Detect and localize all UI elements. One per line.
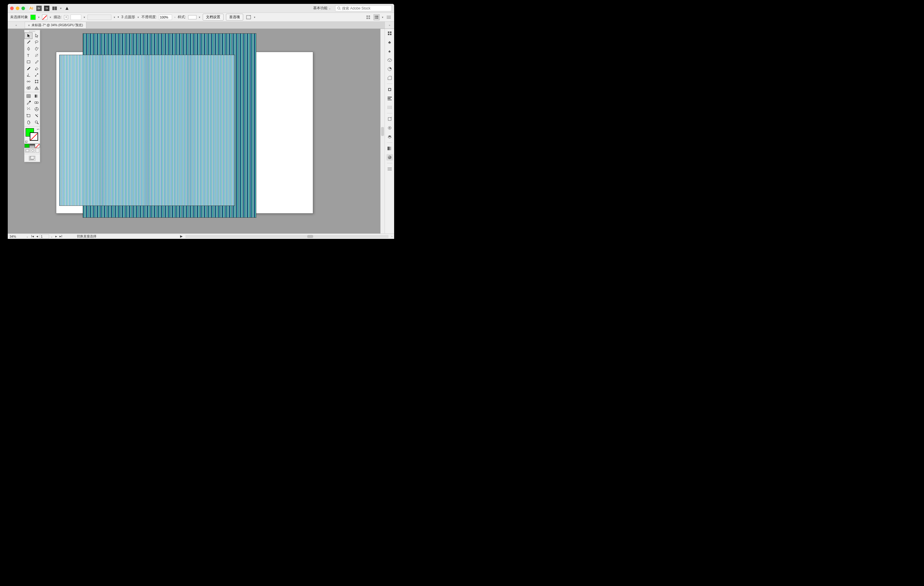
stroke-weight-stepper[interactable]: ≎ xyxy=(64,15,68,19)
screen-mode-icon[interactable] xyxy=(29,156,35,161)
graphic-styles-panel-icon[interactable] xyxy=(386,154,393,161)
magic-wand-tool[interactable] xyxy=(25,39,33,46)
align-panel-icon[interactable] xyxy=(386,95,393,102)
layers-panel-icon[interactable] xyxy=(386,133,393,140)
graphic-style-dropdown[interactable] xyxy=(188,15,196,19)
prev-artboard-icon[interactable]: ◂ xyxy=(35,234,39,238)
bridge-icon[interactable]: Br xyxy=(36,6,42,11)
vw-dd-icon[interactable]: ▾ xyxy=(137,16,139,19)
stroke-panel-icon[interactable] xyxy=(386,86,393,93)
line-segment-tool[interactable] xyxy=(33,52,41,59)
tools-collapse-handle[interactable]: « xyxy=(8,22,25,28)
color-panel-icon[interactable] xyxy=(386,57,393,63)
direct-selection-tool[interactable] xyxy=(33,33,41,39)
close-tab-icon[interactable]: × xyxy=(28,23,30,27)
artboard-tool[interactable] xyxy=(25,112,33,119)
gradient-panel-icon[interactable] xyxy=(386,145,393,152)
rectangle-tool[interactable] xyxy=(25,59,33,65)
color-mode-gradient[interactable] xyxy=(30,144,35,148)
type-tool[interactable]: T xyxy=(25,52,33,59)
grid-view-icon[interactable] xyxy=(365,14,371,20)
arrange-chevron-icon[interactable]: ▾ xyxy=(60,7,62,10)
gradient-tool[interactable] xyxy=(33,93,41,99)
free-transform-tool[interactable] xyxy=(33,78,41,85)
brush-def-dropdown[interactable] xyxy=(87,15,111,20)
horizontal-scrollbar[interactable] xyxy=(185,235,388,238)
workspace-switcher[interactable]: 基本功能 ⌄ xyxy=(311,5,333,11)
eraser-tool[interactable] xyxy=(33,65,41,72)
last-artboard-icon[interactable]: ▸I xyxy=(59,234,63,238)
stock-search-input[interactable] xyxy=(342,6,389,10)
transform-ref-icon[interactable] xyxy=(246,14,252,20)
opacity-dd-icon[interactable]: › xyxy=(175,16,175,19)
panels-collapse-handle[interactable]: » xyxy=(384,22,394,28)
column-graph-tool[interactable] xyxy=(33,106,41,112)
close-window-icon[interactable] xyxy=(10,7,14,10)
preferences-button[interactable]: 首选项 xyxy=(226,14,243,21)
zoom-dd-icon[interactable]: ⌄ xyxy=(26,235,28,238)
stroke-weight-input[interactable] xyxy=(71,15,81,20)
canvas[interactable] xyxy=(8,29,384,234)
width-tool[interactable] xyxy=(25,78,33,85)
variable-width-profile[interactable]: 3 点圆形 xyxy=(122,15,135,20)
artwork-stripes-front[interactable] xyxy=(59,55,235,206)
color-guide-panel-icon[interactable] xyxy=(386,66,393,72)
artboard-dd-icon[interactable]: ⌄ xyxy=(50,235,54,238)
next-artboard-icon[interactable]: ▸ xyxy=(54,234,58,238)
first-artboard-icon[interactable]: I◂ xyxy=(30,234,35,238)
hscroll-right-icon[interactable]: › xyxy=(391,235,392,238)
pen-tool[interactable] xyxy=(25,46,33,52)
slice-tool[interactable] xyxy=(33,112,41,119)
shape-builder-tool[interactable] xyxy=(25,85,33,91)
vertical-scrollbar[interactable] xyxy=(380,29,384,234)
opacity-input[interactable] xyxy=(159,15,172,20)
paintbrush-tool[interactable] xyxy=(33,59,41,65)
stock-search[interactable] xyxy=(335,5,392,11)
rotate-tool[interactable] xyxy=(25,72,33,78)
vscroll-thumb[interactable] xyxy=(381,127,384,136)
minimize-window-icon[interactable] xyxy=(16,7,19,10)
symbols-panel-icon[interactable] xyxy=(386,166,393,172)
status-arrow-icon[interactable]: ▶ xyxy=(180,234,183,238)
brushes-panel-icon[interactable]: ♠ xyxy=(386,48,393,54)
mesh-tool[interactable] xyxy=(25,93,33,99)
transform-dd-icon[interactable]: ▾ xyxy=(254,16,256,19)
draw-behind-icon[interactable] xyxy=(30,148,35,153)
stroke-weight-dd-icon[interactable]: ▾ xyxy=(84,16,85,19)
listview-dd-icon[interactable]: ▾ xyxy=(382,16,383,19)
eyedropper-tool[interactable] xyxy=(25,99,33,106)
properties-panel-icon[interactable] xyxy=(386,30,393,36)
color-mode-none[interactable] xyxy=(35,144,40,148)
fill-dd-icon[interactable]: ▾ xyxy=(38,16,40,19)
tools-drag-handle[interactable] xyxy=(25,30,40,33)
selection-tool[interactable] xyxy=(25,33,33,39)
scale-tool[interactable] xyxy=(33,72,41,78)
zoom-tool[interactable] xyxy=(33,119,41,125)
blend-tool[interactable] xyxy=(33,99,41,106)
hand-tool[interactable] xyxy=(25,119,33,125)
color-mode-color[interactable] xyxy=(25,144,30,148)
stroke-color-icon[interactable] xyxy=(30,132,38,141)
libraries-panel-icon[interactable]: ♣ xyxy=(386,39,393,46)
draw-inside-icon[interactable] xyxy=(36,148,39,153)
stroke-dd-icon[interactable]: ▾ xyxy=(50,16,51,19)
pencil-tool[interactable] xyxy=(25,65,33,72)
document-tab[interactable]: × 未标题-7* @ 34% (RGB/GPU 预览) xyxy=(25,22,86,28)
hscroll-thumb[interactable] xyxy=(307,235,313,238)
maximize-window-icon[interactable] xyxy=(21,7,25,10)
gpu-icon[interactable] xyxy=(64,5,70,11)
stroke-swatch[interactable] xyxy=(42,15,47,20)
brush-dd-icon[interactable]: ▾ xyxy=(114,16,115,19)
stock-icon[interactable]: St xyxy=(44,6,50,11)
arrange-docs-icon[interactable] xyxy=(52,5,58,11)
style-dd-icon[interactable]: ▾ xyxy=(199,16,200,19)
draw-normal-icon[interactable] xyxy=(25,148,30,153)
fill-stroke-control[interactable]: ⤺ ◱ xyxy=(25,127,40,144)
panel-menu-icon[interactable] xyxy=(386,14,392,20)
list-view-icon[interactable] xyxy=(374,14,380,20)
fill-swatch[interactable] xyxy=(30,15,36,20)
default-fill-stroke-icon[interactable]: ◱ xyxy=(25,140,28,143)
swap-fill-stroke-icon[interactable]: ⤺ xyxy=(37,128,39,131)
curvature-tool[interactable] xyxy=(33,46,41,52)
pathfinder-panel-icon[interactable] xyxy=(386,104,393,111)
